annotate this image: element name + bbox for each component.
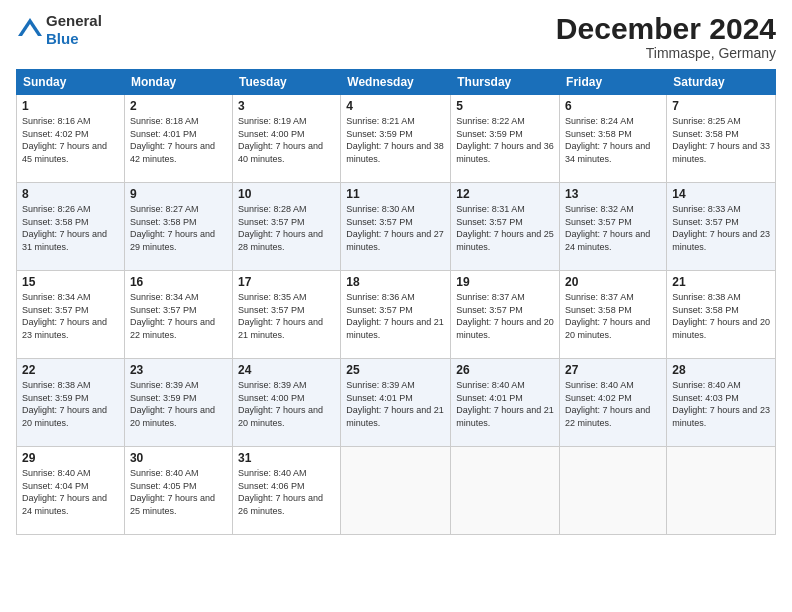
day-number: 11 <box>346 187 445 201</box>
day-info: Sunrise: 8:32 AMSunset: 3:57 PMDaylight:… <box>565 204 650 252</box>
day-number: 5 <box>456 99 554 113</box>
day-number: 22 <box>22 363 119 377</box>
table-row: 3 Sunrise: 8:19 AMSunset: 4:00 PMDayligh… <box>232 95 340 183</box>
col-wednesday: Wednesday <box>341 70 451 95</box>
day-info: Sunrise: 8:22 AMSunset: 3:59 PMDaylight:… <box>456 116 554 164</box>
day-info: Sunrise: 8:40 AMSunset: 4:02 PMDaylight:… <box>565 380 650 428</box>
day-number: 19 <box>456 275 554 289</box>
table-row: 11 Sunrise: 8:30 AMSunset: 3:57 PMDaylig… <box>341 183 451 271</box>
table-row: 7 Sunrise: 8:25 AMSunset: 3:58 PMDayligh… <box>667 95 776 183</box>
day-number: 2 <box>130 99 227 113</box>
day-number: 12 <box>456 187 554 201</box>
table-row: 25 Sunrise: 8:39 AMSunset: 4:01 PMDaylig… <box>341 359 451 447</box>
day-number: 31 <box>238 451 335 465</box>
calendar-header-row: Sunday Monday Tuesday Wednesday Thursday… <box>17 70 776 95</box>
day-number: 24 <box>238 363 335 377</box>
day-info: Sunrise: 8:19 AMSunset: 4:00 PMDaylight:… <box>238 116 323 164</box>
table-row: 29 Sunrise: 8:40 AMSunset: 4:04 PMDaylig… <box>17 447 125 535</box>
day-info: Sunrise: 8:38 AMSunset: 3:58 PMDaylight:… <box>672 292 770 340</box>
day-info: Sunrise: 8:37 AMSunset: 3:58 PMDaylight:… <box>565 292 650 340</box>
day-info: Sunrise: 8:26 AMSunset: 3:58 PMDaylight:… <box>22 204 107 252</box>
table-row: 16 Sunrise: 8:34 AMSunset: 3:57 PMDaylig… <box>124 271 232 359</box>
day-number: 8 <box>22 187 119 201</box>
day-info: Sunrise: 8:25 AMSunset: 3:58 PMDaylight:… <box>672 116 770 164</box>
location: Timmaspe, Germany <box>556 45 776 61</box>
day-info: Sunrise: 8:39 AMSunset: 4:01 PMDaylight:… <box>346 380 444 428</box>
day-number: 28 <box>672 363 770 377</box>
logo-blue-text: Blue <box>46 30 79 47</box>
day-info: Sunrise: 8:33 AMSunset: 3:57 PMDaylight:… <box>672 204 770 252</box>
calendar-page: General Blue December 2024 Timmaspe, Ger… <box>0 0 792 612</box>
table-row: 14 Sunrise: 8:33 AMSunset: 3:57 PMDaylig… <box>667 183 776 271</box>
col-thursday: Thursday <box>451 70 560 95</box>
table-row <box>560 447 667 535</box>
table-row: 6 Sunrise: 8:24 AMSunset: 3:58 PMDayligh… <box>560 95 667 183</box>
day-number: 18 <box>346 275 445 289</box>
table-row: 26 Sunrise: 8:40 AMSunset: 4:01 PMDaylig… <box>451 359 560 447</box>
col-monday: Monday <box>124 70 232 95</box>
col-tuesday: Tuesday <box>232 70 340 95</box>
table-row: 17 Sunrise: 8:35 AMSunset: 3:57 PMDaylig… <box>232 271 340 359</box>
day-info: Sunrise: 8:40 AMSunset: 4:04 PMDaylight:… <box>22 468 107 516</box>
day-info: Sunrise: 8:37 AMSunset: 3:57 PMDaylight:… <box>456 292 554 340</box>
logo: General Blue <box>16 12 102 48</box>
day-number: 7 <box>672 99 770 113</box>
day-info: Sunrise: 8:18 AMSunset: 4:01 PMDaylight:… <box>130 116 215 164</box>
col-saturday: Saturday <box>667 70 776 95</box>
day-info: Sunrise: 8:16 AMSunset: 4:02 PMDaylight:… <box>22 116 107 164</box>
table-row: 9 Sunrise: 8:27 AMSunset: 3:58 PMDayligh… <box>124 183 232 271</box>
day-info: Sunrise: 8:40 AMSunset: 4:03 PMDaylight:… <box>672 380 770 428</box>
day-number: 10 <box>238 187 335 201</box>
table-row: 28 Sunrise: 8:40 AMSunset: 4:03 PMDaylig… <box>667 359 776 447</box>
table-row: 5 Sunrise: 8:22 AMSunset: 3:59 PMDayligh… <box>451 95 560 183</box>
table-row: 22 Sunrise: 8:38 AMSunset: 3:59 PMDaylig… <box>17 359 125 447</box>
table-row: 18 Sunrise: 8:36 AMSunset: 3:57 PMDaylig… <box>341 271 451 359</box>
day-number: 14 <box>672 187 770 201</box>
day-number: 26 <box>456 363 554 377</box>
table-row: 20 Sunrise: 8:37 AMSunset: 3:58 PMDaylig… <box>560 271 667 359</box>
table-row: 8 Sunrise: 8:26 AMSunset: 3:58 PMDayligh… <box>17 183 125 271</box>
table-row: 19 Sunrise: 8:37 AMSunset: 3:57 PMDaylig… <box>451 271 560 359</box>
day-info: Sunrise: 8:24 AMSunset: 3:58 PMDaylight:… <box>565 116 650 164</box>
table-row <box>667 447 776 535</box>
table-row: 1 Sunrise: 8:16 AMSunset: 4:02 PMDayligh… <box>17 95 125 183</box>
header: General Blue December 2024 Timmaspe, Ger… <box>16 12 776 61</box>
day-info: Sunrise: 8:30 AMSunset: 3:57 PMDaylight:… <box>346 204 444 252</box>
day-number: 30 <box>130 451 227 465</box>
day-number: 17 <box>238 275 335 289</box>
day-info: Sunrise: 8:39 AMSunset: 4:00 PMDaylight:… <box>238 380 323 428</box>
calendar-week-row: 22 Sunrise: 8:38 AMSunset: 3:59 PMDaylig… <box>17 359 776 447</box>
day-number: 4 <box>346 99 445 113</box>
table-row: 23 Sunrise: 8:39 AMSunset: 3:59 PMDaylig… <box>124 359 232 447</box>
calendar-week-row: 15 Sunrise: 8:34 AMSunset: 3:57 PMDaylig… <box>17 271 776 359</box>
logo-icon <box>16 16 44 44</box>
col-sunday: Sunday <box>17 70 125 95</box>
table-row <box>451 447 560 535</box>
calendar-week-row: 8 Sunrise: 8:26 AMSunset: 3:58 PMDayligh… <box>17 183 776 271</box>
table-row: 13 Sunrise: 8:32 AMSunset: 3:57 PMDaylig… <box>560 183 667 271</box>
day-info: Sunrise: 8:28 AMSunset: 3:57 PMDaylight:… <box>238 204 323 252</box>
day-number: 13 <box>565 187 661 201</box>
day-info: Sunrise: 8:40 AMSunset: 4:05 PMDaylight:… <box>130 468 215 516</box>
day-number: 23 <box>130 363 227 377</box>
table-row <box>341 447 451 535</box>
day-info: Sunrise: 8:27 AMSunset: 3:58 PMDaylight:… <box>130 204 215 252</box>
day-info: Sunrise: 8:40 AMSunset: 4:06 PMDaylight:… <box>238 468 323 516</box>
calendar-week-row: 1 Sunrise: 8:16 AMSunset: 4:02 PMDayligh… <box>17 95 776 183</box>
day-info: Sunrise: 8:34 AMSunset: 3:57 PMDaylight:… <box>130 292 215 340</box>
calendar-week-row: 29 Sunrise: 8:40 AMSunset: 4:04 PMDaylig… <box>17 447 776 535</box>
day-info: Sunrise: 8:40 AMSunset: 4:01 PMDaylight:… <box>456 380 554 428</box>
day-info: Sunrise: 8:21 AMSunset: 3:59 PMDaylight:… <box>346 116 444 164</box>
table-row: 15 Sunrise: 8:34 AMSunset: 3:57 PMDaylig… <box>17 271 125 359</box>
table-row: 12 Sunrise: 8:31 AMSunset: 3:57 PMDaylig… <box>451 183 560 271</box>
day-number: 3 <box>238 99 335 113</box>
day-number: 16 <box>130 275 227 289</box>
day-number: 1 <box>22 99 119 113</box>
day-number: 9 <box>130 187 227 201</box>
table-row: 4 Sunrise: 8:21 AMSunset: 3:59 PMDayligh… <box>341 95 451 183</box>
calendar-table: Sunday Monday Tuesday Wednesday Thursday… <box>16 69 776 535</box>
day-info: Sunrise: 8:35 AMSunset: 3:57 PMDaylight:… <box>238 292 323 340</box>
col-friday: Friday <box>560 70 667 95</box>
day-number: 29 <box>22 451 119 465</box>
day-number: 21 <box>672 275 770 289</box>
